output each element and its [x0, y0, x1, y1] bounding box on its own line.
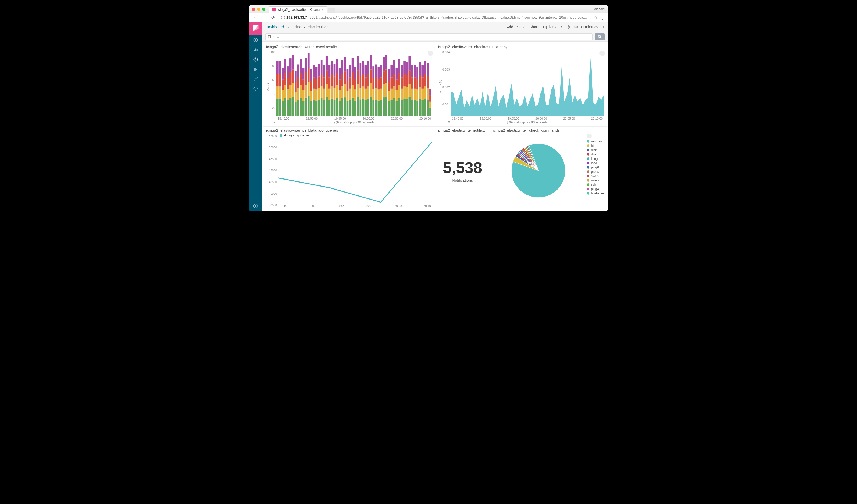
- legend-item[interactable]: ping4: [587, 187, 604, 191]
- options-button[interactable]: Options: [543, 25, 556, 29]
- save-button[interactable]: Save: [517, 25, 526, 29]
- search-button[interactable]: [595, 33, 605, 40]
- svg-rect-19: [279, 86, 281, 99]
- svg-rect-115: [341, 86, 343, 99]
- legend-toggle-icon[interactable]: ›: [587, 134, 592, 138]
- svg-rect-119: [344, 84, 346, 97]
- svg-rect-251: [429, 102, 432, 108]
- svg-rect-156: [367, 74, 370, 86]
- svg-rect-244: [424, 74, 426, 86]
- time-forward-icon[interactable]: ›: [602, 24, 605, 30]
- timelion-icon[interactable]: [249, 64, 262, 74]
- svg-rect-84: [321, 74, 323, 86]
- browser-profile[interactable]: Michael: [593, 7, 605, 11]
- svg-rect-108: [336, 73, 338, 85]
- browser-tab[interactable]: icinga2_elasticwriter - Kibana ×: [269, 6, 327, 13]
- svg-rect-224: [411, 77, 413, 89]
- area-chart[interactable]: [451, 50, 604, 116]
- management-icon[interactable]: [249, 84, 262, 93]
- svg-rect-91: [326, 84, 328, 97]
- minimize-window-button[interactable]: [257, 7, 260, 11]
- time-back-icon[interactable]: ‹: [560, 24, 563, 30]
- svg-rect-236: [419, 75, 421, 87]
- svg-rect-208: [401, 77, 403, 89]
- traffic-lights: [252, 7, 265, 11]
- line-chart[interactable]: [278, 134, 432, 204]
- add-button[interactable]: Add: [506, 25, 513, 29]
- legend-label: disk: [591, 148, 597, 152]
- svg-rect-68: [310, 81, 313, 91]
- share-button[interactable]: Share: [530, 25, 539, 29]
- bookmark-star-icon[interactable]: ☆: [594, 15, 598, 20]
- discover-icon[interactable]: [249, 35, 262, 45]
- pie-chart[interactable]: [493, 134, 584, 207]
- svg-rect-23: [282, 90, 284, 101]
- svg-rect-21: [279, 61, 281, 74]
- y-axis-label: Count: [266, 50, 270, 124]
- timepicker[interactable]: Last 30 minutes: [567, 25, 599, 29]
- svg-rect-46: [297, 100, 300, 116]
- legend-item[interactable]: users: [587, 178, 604, 182]
- legend-item[interactable]: procs: [587, 170, 604, 174]
- close-window-button[interactable]: [252, 7, 255, 11]
- svg-rect-165: [372, 66, 375, 78]
- legend-item[interactable]: ssh: [587, 183, 604, 187]
- zoom-window-button[interactable]: [262, 7, 265, 11]
- browser-menu-icon[interactable]: ⋮: [600, 15, 605, 20]
- devtools-icon[interactable]: [249, 74, 262, 84]
- svg-rect-24: [282, 80, 284, 90]
- svg-point-12: [599, 35, 601, 37]
- legend-item[interactable]: icinga: [587, 157, 604, 161]
- forward-button[interactable]: →: [261, 15, 268, 20]
- svg-rect-132: [352, 72, 354, 85]
- svg-rect-194: [393, 99, 395, 116]
- svg-rect-176: [380, 77, 382, 89]
- svg-rect-16: [276, 74, 279, 86]
- svg-rect-96: [329, 77, 331, 89]
- legend-item[interactable]: random: [587, 140, 604, 143]
- svg-rect-137: [354, 67, 356, 79]
- svg-rect-59: [305, 85, 307, 98]
- svg-rect-140: [357, 71, 359, 84]
- breadcrumb-root[interactable]: Dashboard: [265, 25, 284, 29]
- y-ticks: 0.004 0.003 0.002 0.001 0: [442, 50, 451, 124]
- legend-item[interactable]: load: [587, 161, 604, 165]
- site-info-icon[interactable]: i: [281, 16, 285, 19]
- svg-rect-229: [414, 65, 416, 77]
- visualize-icon[interactable]: [249, 45, 262, 55]
- svg-rect-134: [354, 100, 356, 116]
- svg-rect-200: [396, 80, 398, 90]
- legend-item[interactable]: disk: [587, 148, 604, 152]
- stacked-bar-chart[interactable]: [276, 50, 432, 116]
- svg-rect-168: [375, 77, 377, 88]
- legend-item[interactable]: ping6: [587, 166, 604, 169]
- svg-rect-217: [406, 62, 408, 75]
- svg-rect-201: [396, 68, 398, 80]
- svg-rect-212: [404, 74, 406, 86]
- legend-swatch: [587, 170, 589, 173]
- svg-rect-240: [422, 77, 424, 89]
- legend-item[interactable]: swap: [587, 174, 604, 178]
- legend-item[interactable]: hostalive: [587, 191, 604, 195]
- panel-notifications: icinga2_elasticwrite_notification_… 5,53…: [435, 126, 490, 210]
- svg-rect-190: [391, 100, 393, 116]
- browser-tabstrip: icinga2_elasticwriter - Kibana ×: [269, 5, 335, 13]
- legend-swatch: [587, 149, 589, 152]
- collapse-sidebar-icon[interactable]: [249, 201, 262, 211]
- svg-rect-172: [377, 79, 380, 89]
- reload-button[interactable]: ⟳: [270, 14, 276, 20]
- dashboard-icon[interactable]: [249, 55, 262, 64]
- svg-rect-206: [401, 100, 403, 116]
- legend-item[interactable]: dns: [587, 153, 604, 156]
- svg-rect-111: [339, 90, 341, 101]
- svg-rect-74: [316, 100, 318, 116]
- close-tab-icon[interactable]: ×: [321, 8, 323, 12]
- url-field[interactable]: i 192.168.33.7:5601/app/kibana#/dashboar…: [279, 14, 591, 21]
- filter-input[interactable]: [265, 33, 593, 40]
- back-button[interactable]: ←: [252, 15, 258, 20]
- new-tab-button[interactable]: [328, 7, 335, 13]
- legend-swatch: [587, 179, 589, 182]
- svg-rect-221: [409, 56, 411, 70]
- legend-item[interactable]: http: [587, 144, 604, 147]
- kibana-logo[interactable]: [249, 22, 262, 35]
